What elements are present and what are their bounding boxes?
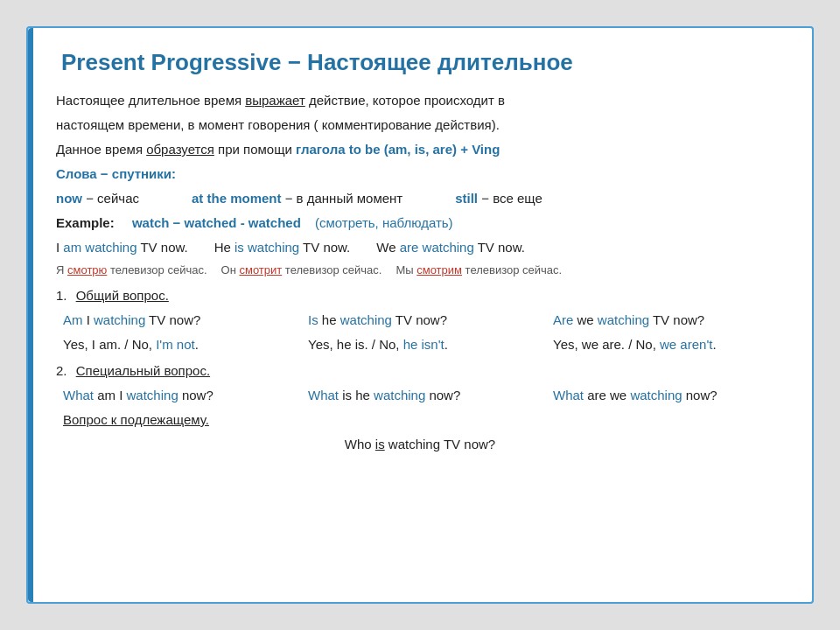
q1-ans1: Yes, I am. / No, I'm not. [63, 334, 294, 355]
subject-q-who: Who is watching TV now? [345, 437, 495, 452]
q2-col2: What is he watching now? [308, 385, 539, 406]
trans-2: Он смотрит телевизор сейчас. [221, 262, 382, 280]
word-1: now − сейчас [56, 188, 139, 209]
sentence-2: He is watching TV now. [214, 237, 351, 258]
section1-num: 1. [56, 288, 67, 303]
words-companions: now − сейчас at the moment − в данный мо… [56, 188, 784, 209]
example-line: Example: watch − watched - watched (смот… [56, 213, 784, 234]
trans-3: Мы смотрим телевизор сейчас. [396, 262, 562, 280]
section2-header: 2. Специальный вопрос. [56, 360, 784, 382]
words-label: Слова − спутники: [56, 164, 784, 185]
q1-ans2: Yes, he is. / No, he isn't. [308, 334, 539, 355]
subject-question-header: Вопрос к подлежащему. [56, 410, 784, 430]
word-3: still − все еще [455, 188, 542, 209]
example-verb: watch − watched - watched [132, 215, 301, 230]
example-label: Example: [56, 215, 115, 230]
desc3-mid: при помощи [214, 142, 296, 157]
sentence-3: We are watching TV now. [376, 237, 525, 258]
q1-col3: Are we watching TV now? [553, 310, 784, 331]
q1-answers: Yes, I am. / No, I'm not. Yes, he is. / … [56, 334, 784, 355]
section2-label: Специальный вопрос. [76, 363, 210, 378]
translations-row: Я смотрю телевизор сейчас. Он смотрит те… [56, 262, 784, 280]
q1-ans3: Yes, we are. / No, we aren't. [553, 334, 784, 355]
sentence-1: I am watching TV now. [56, 237, 188, 258]
section2-num: 2. [56, 363, 67, 378]
desc1-pre: Настоящее длительное время [56, 93, 245, 108]
q1-col2: Is he watching TV now? [308, 310, 539, 331]
word-2: at the moment − в данный момент [192, 188, 402, 209]
q2-questions: What am I watching now? What is he watch… [56, 385, 784, 406]
q1-questions: Am I watching TV now? Is he watching TV … [56, 310, 784, 331]
section1-header: 1. Общий вопрос. [56, 285, 784, 306]
description-line3: Данное время образуется при помощи глаго… [56, 139, 784, 160]
description-line1: Настоящее длительное время выражает дейс… [56, 90, 784, 111]
trans-1: Я смотрю телевизор сейчас. [56, 262, 207, 280]
subject-label: Вопрос к подлежащему. [63, 412, 209, 427]
q2-col3: What are we watching now? [553, 385, 784, 406]
desc3-underline: образуется [146, 142, 214, 157]
desc3-pre: Данное время [56, 142, 146, 157]
page-title: Present Progressive − Настоящее длительн… [56, 49, 784, 76]
desc1-rest: действие, которое происходит в [305, 93, 505, 108]
description-line2: настоящем времени, в момент говорения ( … [56, 115, 784, 136]
desc1-underline: выражает [245, 93, 305, 108]
main-card: Present Progressive − Настоящее длительн… [26, 26, 814, 604]
subject-question-text: Who is watching TV now? [56, 434, 784, 455]
q1-col1: Am I watching TV now? [63, 310, 294, 331]
desc3-blue: глагола to be (am, is, are) + Ving [296, 142, 500, 157]
example-ru: (смотреть, наблюдать) [315, 215, 453, 230]
section1-label: Общий вопрос. [76, 288, 169, 303]
q2-col1: What am I watching now? [63, 385, 294, 406]
sentences-row: I am watching TV now. He is watching TV … [56, 237, 784, 258]
